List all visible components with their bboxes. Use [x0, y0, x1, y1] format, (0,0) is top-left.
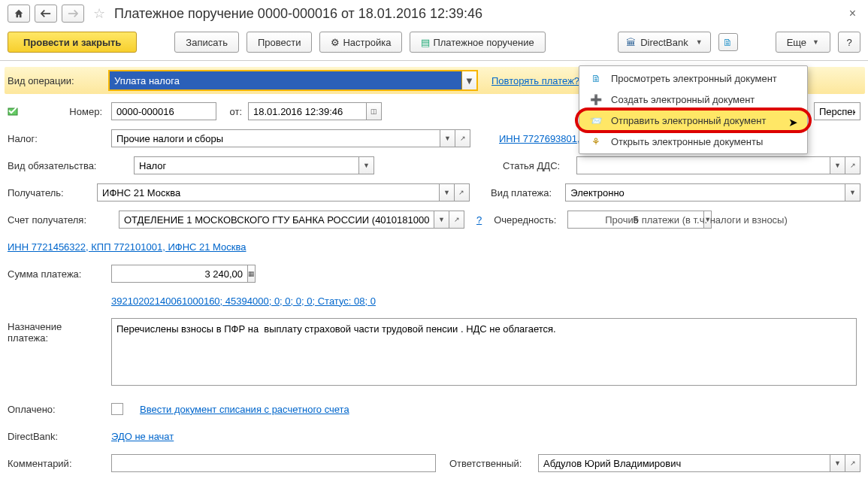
chevron-down-icon: ▼: [812, 38, 819, 46]
directbank-status-link[interactable]: ЭДО не начат: [111, 431, 174, 442]
chevron-down-icon[interactable]: ▼: [440, 183, 455, 202]
send-icon: 📨: [590, 114, 602, 126]
org-input[interactable]: [814, 102, 860, 120]
operation-type-input[interactable]: [110, 75, 461, 86]
dds-label: Статья ДДС:: [503, 160, 570, 171]
help-link[interactable]: ?: [476, 214, 482, 226]
chevron-down-icon[interactable]: ▼: [830, 454, 845, 472]
back-button[interactable]: [35, 5, 57, 23]
open-icon[interactable]: ↗: [845, 156, 860, 174]
open-icon[interactable]: ↗: [455, 183, 470, 202]
repeat-payment-link[interactable]: Повторять платеж?: [491, 75, 579, 86]
dd-create-doc[interactable]: ➕ Создать электронный документ: [579, 89, 807, 110]
forward-button[interactable]: [62, 5, 84, 23]
bank-icon: 🏛: [626, 37, 636, 48]
open-icon[interactable]: ↗: [845, 454, 860, 472]
tree-icon: ⚘: [590, 135, 602, 147]
responsible-input[interactable]: [538, 454, 830, 472]
dds-input[interactable]: [576, 156, 830, 174]
cursor-icon: ➤: [788, 116, 798, 129]
help-button[interactable]: ?: [838, 32, 860, 53]
calculator-icon[interactable]: ▦: [248, 265, 256, 283]
gear-icon: ⚙: [331, 37, 340, 48]
directbank-label: DirectBank:: [8, 431, 105, 442]
open-icon[interactable]: ↗: [455, 129, 470, 147]
status-icon: [8, 106, 20, 117]
payment-type-input[interactable]: [565, 183, 845, 202]
payment-code-link[interactable]: 39210202140061000160; 45394000; 0; 0; 0;…: [111, 295, 376, 307]
priority-label: Очередность:: [494, 214, 561, 226]
paid-label: Оплачено:: [8, 404, 105, 415]
tax-input[interactable]: [111, 129, 440, 147]
number-label: Номер:: [26, 106, 105, 117]
chevron-down-icon[interactable]: ▼: [830, 156, 845, 174]
directbank-button[interactable]: 🏛 DirectBank ▼: [618, 32, 711, 53]
chevron-down-icon[interactable]: ▼: [461, 71, 476, 89]
purpose-label: Назначение платежа:: [8, 318, 105, 344]
operation-type-label: Вид операции:: [8, 75, 102, 86]
document-icon: ▤: [421, 37, 430, 48]
directbank-dropdown: 🗎 Просмотреть электронный документ ➕ Соз…: [579, 65, 808, 154]
priority-note: Прочие платежи (в т.ч. налоги и взносы): [605, 214, 788, 226]
number-input[interactable]: [111, 102, 216, 120]
date-input[interactable]: [248, 102, 367, 120]
recipient-account-input[interactable]: [119, 211, 434, 229]
amount-label: Сумма платежа:: [8, 268, 105, 280]
date-label: от:: [222, 106, 242, 117]
save-button[interactable]: Записать: [174, 32, 239, 53]
inn-link[interactable]: ИНН 7721456322, КПП 772101001, ИФНС 21 М…: [8, 241, 246, 253]
document-icon: 🗎: [723, 37, 733, 48]
payment-order-button[interactable]: ▤ Платежное поручение: [410, 32, 545, 53]
page-title: Платежное поручение 0000-000016 от 18.01…: [114, 6, 840, 22]
chevron-down-icon[interactable]: ▼: [845, 183, 860, 202]
settings-button[interactable]: ⚙ Настройка: [319, 32, 402, 53]
open-icon[interactable]: ↗: [449, 211, 464, 229]
chevron-down-icon: ▼: [696, 38, 703, 46]
calendar-icon[interactable]: ◫: [367, 102, 382, 120]
purpose-textarea[interactable]: [111, 318, 857, 386]
chevron-down-icon[interactable]: ▼: [434, 211, 449, 229]
responsible-label: Ответственный:: [449, 458, 532, 469]
recipient-account-label: Счет получателя:: [8, 214, 113, 226]
more-button[interactable]: Еще ▼: [776, 32, 830, 53]
create-from-button[interactable]: 🗎: [718, 33, 738, 51]
obligation-label: Вид обязательства:: [8, 160, 128, 171]
document-icon: 🗎: [590, 72, 602, 84]
recipient-input[interactable]: [97, 183, 440, 202]
chevron-down-icon[interactable]: ▼: [359, 156, 374, 174]
dd-send-doc[interactable]: 📨 Отправить электронный документ ➤: [579, 110, 807, 131]
obligation-input[interactable]: [134, 156, 359, 174]
comment-label: Комментарий:: [8, 458, 105, 469]
payment-type-label: Вид платежа:: [491, 187, 559, 198]
home-button[interactable]: [8, 5, 30, 23]
paid-checkbox[interactable]: [111, 403, 123, 415]
post-button[interactable]: Провести: [246, 32, 313, 53]
favorite-star-icon[interactable]: ☆: [93, 5, 105, 22]
plus-circle-icon: ➕: [590, 93, 602, 105]
paid-link[interactable]: Ввести документ списания с расчетного сч…: [140, 404, 349, 415]
operation-type-field[interactable]: ▼: [108, 70, 478, 91]
amount-input[interactable]: [111, 265, 248, 283]
comment-input[interactable]: [111, 454, 436, 472]
dd-view-doc[interactable]: 🗎 Просмотреть электронный документ: [579, 68, 807, 89]
tax-label: Налог:: [8, 133, 105, 144]
dd-open-docs[interactable]: ⚘ Открыть электронные документы: [579, 131, 807, 152]
close-icon[interactable]: ×: [845, 7, 860, 20]
commit-button[interactable]: Провести и закрыть: [8, 32, 137, 53]
recipient-label: Получатель:: [8, 187, 91, 198]
chevron-down-icon[interactable]: ▼: [440, 129, 455, 147]
